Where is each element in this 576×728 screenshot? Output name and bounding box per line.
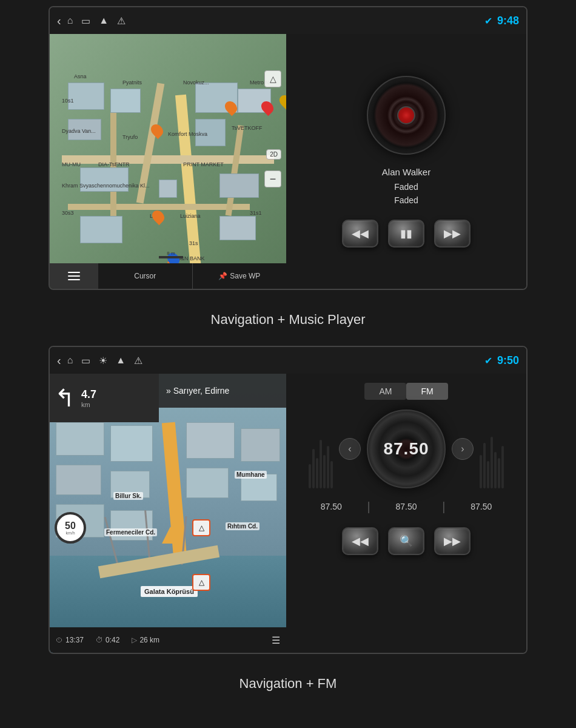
prev-track-button[interactable]: ◀◀ [342, 220, 378, 248]
home-icon-1[interactable]: ⌂ [67, 15, 73, 26]
map-label-khram: Khram Svyaschennomuchenika Kl... [62, 183, 150, 189]
map-label-10s1: 10s1 [62, 98, 74, 104]
map-label-dia: DIA-TsENTR [98, 161, 130, 167]
preset-frequencies: 87.50 | 87.50 | 87.50 [295, 498, 517, 515]
track-artist: Alan Walker [382, 167, 430, 177]
map-2d-button[interactable]: 2D [266, 149, 281, 160]
turn-distance-info: 4.7 km [81, 388, 96, 408]
vinyl-center [397, 106, 415, 124]
cursor-label: Cursor [134, 272, 156, 280]
bar-r4 [491, 437, 493, 488]
turn-arrow-icon: ↰ [55, 384, 75, 412]
building-9 [219, 174, 259, 198]
fm-tab[interactable]: FM [406, 383, 447, 400]
am-tab[interactable]: AM [364, 383, 406, 400]
frequency-display: 87.50 [383, 439, 429, 459]
map-label-31s1: 31s1 [250, 210, 262, 216]
screen1: ‹ ⌂ ▭ ▲ ⚠ ✔ 9:48 [49, 6, 527, 290]
am-label: AM [379, 386, 392, 396]
home-icon-2[interactable]: ⌂ [67, 355, 73, 366]
status-bar-1: ‹ ⌂ ▭ ▲ ⚠ ✔ 9:48 [50, 7, 526, 34]
clock-2: 9:50 [497, 354, 519, 367]
navigation-icon-1[interactable]: ▲ [99, 15, 109, 26]
music-controls: ◀◀ ▮▮ ▶▶ [342, 220, 471, 248]
radio-prev-button[interactable]: ‹ [339, 438, 361, 460]
map-label-luiziana: Luiziana [180, 213, 201, 219]
next-icon: ▶▶ [444, 227, 461, 240]
pin-icon: 📌 [218, 272, 227, 280]
street-banner: » Sarıyer, Edirne [159, 374, 286, 408]
preset-freq-3[interactable]: 87.50 [445, 498, 517, 515]
prev-icon: ◀◀ [352, 227, 369, 240]
turn-distance-value: 4.7 [81, 388, 96, 401]
radio-dial[interactable]: 87.50 [367, 410, 446, 488]
preset-freq-1[interactable]: 87.50 [295, 498, 367, 515]
warning-sign-1: △ [192, 519, 210, 536]
search-icon: 🔍 [400, 534, 413, 548]
scale-bar [159, 256, 183, 258]
zoom-in-button[interactable]: △ [264, 70, 281, 87]
map-panel-1[interactable]: Asna Pyatnits Novokuz... Metro N Dyadva … [50, 34, 286, 289]
label-fermeneciler: Fermeneciler Cd. [104, 528, 157, 536]
label-mumhane: Mumhane [235, 471, 267, 479]
pause-button[interactable]: ▮▮ [388, 220, 424, 248]
bar-l4 [320, 440, 322, 488]
building-1 [68, 83, 104, 110]
clock-icon: ⏲ [56, 636, 63, 644]
music-panel: Alan Walker Faded Faded ◀◀ ▮▮ ▶▶ [286, 34, 526, 289]
map-bottom-bar-2: ⏲ 13:37 ⏱ 0:42 ▷ 26 km ☰ [50, 627, 286, 653]
map-label-tsvetkoff: TsVETKOFF [232, 125, 263, 131]
label-billur: Billur Sk. [113, 492, 143, 500]
multitask-icon-1[interactable]: ▭ [81, 15, 90, 27]
back-button-2[interactable]: ‹ [57, 354, 61, 368]
map-label-pyatnits: Pyatnits [122, 79, 142, 86]
zoom-out-button[interactable]: − [264, 170, 281, 187]
building-8 [159, 180, 177, 198]
bar-l2 [312, 449, 315, 488]
building-nav2-7 [186, 468, 229, 498]
radio-next-track-button[interactable]: ▶▶ [434, 527, 471, 555]
back-button-1[interactable]: ‹ [57, 14, 61, 28]
map-pin-5 [150, 208, 167, 225]
bar-r3 [487, 461, 489, 488]
cursor-button[interactable]: Cursor [98, 263, 193, 289]
track-title: Faded [394, 182, 418, 192]
radio-search-button[interactable]: 🔍 [388, 527, 424, 555]
radio-tuner-row: ‹ 87.50 › [295, 410, 517, 488]
split-panel-2: Billur Sk. Fermeneciler Cd. Rıhtım Cd. M… [50, 374, 526, 653]
scale-label: 8 m [167, 251, 175, 256]
road-main-horizontal [62, 155, 274, 164]
map-menu-button[interactable] [50, 263, 98, 289]
right-icons-2: ✔ 9:50 [484, 354, 519, 367]
bar-r6 [498, 458, 500, 488]
next-track-button[interactable]: ▶▶ [434, 220, 471, 248]
turn-unit-label: km [81, 401, 96, 408]
map-panel-2[interactable]: Billur Sk. Fermeneciler Cd. Rıhtım Cd. M… [50, 374, 286, 653]
preset-freq-2[interactable]: 87.50 [370, 498, 443, 515]
bar-l7 [330, 461, 333, 488]
radio-controls: ◀◀ 🔍 ▶▶ [342, 527, 471, 555]
image-icon[interactable]: ☀ [99, 355, 107, 366]
map-menu-button-2[interactable]: ☰ [272, 635, 280, 646]
radio-next-button[interactable]: › [452, 438, 474, 460]
menu-lines-icon [68, 272, 80, 280]
radio-panel: AM FM ‹ [286, 374, 526, 653]
caption-2: Navigation + FM [49, 676, 527, 692]
road-secondary-4 [226, 125, 244, 216]
building-2 [110, 89, 141, 113]
bar-l5 [323, 455, 326, 488]
split-panel-1: Asna Pyatnits Novokuz... Metro N Dyadva … [50, 34, 526, 289]
map-label-dyadva: Dyadva Van... [62, 128, 96, 134]
menu-line-2 [68, 275, 80, 277]
road-secondary-2 [68, 204, 250, 210]
navigation-icon-2[interactable]: ▲ [116, 355, 126, 366]
am-fm-tabs: AM FM [364, 383, 447, 400]
radio-prev-track-button[interactable]: ◀◀ [342, 527, 378, 555]
status-time: ⏲ 13:37 [56, 636, 84, 644]
multitask-icon-2[interactable]: ▭ [81, 355, 90, 366]
save-waypoint-button[interactable]: 📌 Save WP [193, 263, 287, 289]
zoom-controls: △ [264, 70, 281, 87]
usb-icon-2: ⚠ [134, 355, 142, 366]
map-background-1: Asna Pyatnits Novokuz... Metro N Dyadva … [50, 34, 286, 289]
street-name: » Sarıyer, Edirne [166, 386, 229, 396]
